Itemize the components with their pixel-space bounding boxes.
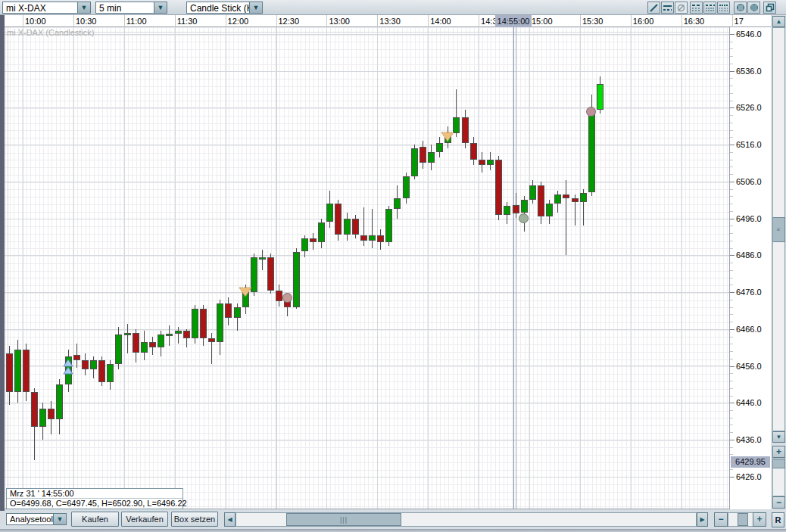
candle-up bbox=[394, 198, 401, 210]
cascade-windows-button[interactable] bbox=[763, 2, 776, 14]
candle-down bbox=[98, 360, 105, 382]
candle-up bbox=[385, 209, 392, 242]
price-minor-tick bbox=[730, 322, 733, 322]
candle-up bbox=[411, 148, 418, 176]
trading-app-window: mi X-DAX ▼ 5 min ▼ Candle Stick (Kerze ▼ bbox=[0, 0, 786, 532]
scroll-up-button[interactable]: ▲ bbox=[772, 16, 785, 27]
scroll-down-button[interactable]: ▼ bbox=[772, 431, 785, 443]
price-minor-tick bbox=[730, 344, 733, 344]
interval-combo[interactable]: 5 min ▼ bbox=[95, 2, 167, 14]
vertical-scrollbar-thumb[interactable]: ≡ bbox=[772, 217, 785, 242]
arrow-right-icon: ▶ bbox=[700, 516, 704, 523]
price-minor-tick bbox=[730, 314, 733, 315]
time-tick-label: 14:00 bbox=[430, 17, 451, 26]
sell-button[interactable]: Verkaufen bbox=[121, 512, 168, 527]
price-tick-label: 6486.0 bbox=[736, 250, 762, 260]
price-minor-tick bbox=[730, 388, 733, 389]
chevron-down-icon[interactable]: ▼ bbox=[154, 2, 167, 13]
box-setzen-button[interactable]: Box setzen bbox=[171, 512, 218, 527]
chevron-down-icon[interactable]: ▼ bbox=[249, 2, 262, 13]
time-tick-label: 12:30 bbox=[279, 17, 300, 26]
pattern-circle-dense-button[interactable] bbox=[747, 2, 760, 14]
scroll-right-button[interactable]: ▶ bbox=[697, 512, 708, 527]
price-minor-tick bbox=[730, 160, 733, 160]
price-minor-tick bbox=[730, 233, 733, 234]
candle-up bbox=[546, 204, 553, 216]
candle-down bbox=[470, 143, 477, 160]
horizontal-zoom-out-button[interactable]: − bbox=[714, 512, 728, 527]
arrow-down-icon: ▼ bbox=[776, 434, 782, 440]
price-minor-tick bbox=[730, 300, 733, 300]
candle-down bbox=[335, 204, 342, 235]
candle-down bbox=[82, 360, 89, 369]
charttype-combo[interactable]: Candle Stick (Kerze ▼ bbox=[186, 2, 263, 14]
vertical-zoom-in-button[interactable]: + bbox=[772, 446, 785, 458]
buy-marker-arrows-icon bbox=[62, 359, 74, 376]
price-minor-tick bbox=[730, 204, 733, 204]
price-minor-tick bbox=[730, 381, 733, 381]
price-tick bbox=[730, 403, 735, 403]
analysetool-combo-value: Analysetool bbox=[7, 514, 53, 524]
buy-button[interactable]: Kaufen bbox=[71, 512, 119, 527]
candle-down bbox=[572, 198, 579, 202]
price-minor-tick bbox=[730, 307, 733, 308]
candle-down bbox=[183, 331, 190, 338]
grid-style-dense-button[interactable] bbox=[717, 2, 730, 14]
candle-up bbox=[436, 143, 443, 152]
tooltip-datetime: Mrz 31 ' 14:55:00 bbox=[7, 489, 182, 499]
price-minor-tick bbox=[730, 373, 733, 374]
candle-up bbox=[90, 360, 97, 369]
candlestick-chart[interactable]: mi X-DAX (Candlestick) bbox=[5, 27, 729, 509]
symbol-combo[interactable]: mi X-DAX ▼ bbox=[2, 2, 91, 14]
price-minor-tick bbox=[730, 447, 733, 448]
candle-wick bbox=[127, 324, 128, 353]
scroll-left-button[interactable]: ◀ bbox=[224, 512, 235, 527]
no-overlay-button[interactable] bbox=[675, 2, 688, 14]
price-minor-tick bbox=[730, 86, 733, 86]
candle-down bbox=[200, 309, 207, 338]
horizontal-zoom-slider-thumb[interactable] bbox=[738, 513, 748, 526]
price-tick bbox=[730, 219, 735, 219]
time-tick bbox=[377, 15, 378, 27]
analysetool-combo[interactable]: Analysetool ▼ bbox=[6, 513, 67, 525]
candle-down bbox=[208, 338, 215, 342]
price-tick-label: 6466.0 bbox=[736, 325, 762, 334]
candle-down bbox=[225, 303, 232, 319]
price-tick bbox=[730, 71, 735, 72]
candle-up bbox=[217, 303, 223, 342]
horizontal-scrollbar-thumb[interactable]: ||| bbox=[286, 513, 401, 526]
price-tick-label: 6436.0 bbox=[736, 435, 762, 444]
candle-down bbox=[352, 219, 359, 235]
price-minor-tick bbox=[730, 152, 733, 153]
time-axis[interactable]: 10:0010:3011:0011:3012:0012:3013:0013:30… bbox=[5, 15, 771, 27]
pattern-circle-button[interactable] bbox=[734, 2, 747, 14]
chevron-down-icon[interactable]: ▼ bbox=[53, 514, 66, 524]
candle-wick bbox=[566, 180, 566, 256]
crossed-circle-icon bbox=[677, 4, 685, 12]
time-tick bbox=[276, 15, 277, 27]
candle-down bbox=[310, 238, 317, 242]
minus-icon: − bbox=[718, 514, 723, 524]
candle-down bbox=[133, 333, 139, 353]
indicator-lines-button[interactable] bbox=[661, 2, 674, 14]
vertical-zoom-slider-thumb[interactable] bbox=[772, 459, 785, 468]
horizontal-zoom-in-button[interactable]: + bbox=[753, 512, 766, 527]
chevron-down-icon[interactable]: ▼ bbox=[77, 2, 90, 13]
price-minor-tick bbox=[730, 123, 733, 123]
price-minor-tick bbox=[730, 278, 733, 278]
vertical-zoom-out-button[interactable]: − bbox=[772, 496, 785, 509]
grid-style-medium-button[interactable] bbox=[703, 2, 716, 14]
price-axis[interactable]: 6546.06536.06526.06516.06506.06496.06486… bbox=[729, 27, 771, 509]
reset-button[interactable]: R bbox=[772, 512, 784, 527]
candle-down bbox=[276, 291, 282, 302]
sell-marker-triangle-icon bbox=[239, 287, 252, 297]
candle-down bbox=[149, 342, 156, 347]
price-minor-tick bbox=[730, 469, 733, 470]
window-left-frame bbox=[0, 15, 5, 529]
trendline-tool-button[interactable] bbox=[647, 2, 660, 14]
grid-style-sparse-button[interactable] bbox=[690, 2, 703, 14]
candle-up bbox=[597, 84, 604, 110]
trade-marker-circle bbox=[519, 213, 529, 223]
price-minor-tick bbox=[730, 418, 733, 418]
candle-up bbox=[115, 334, 122, 364]
